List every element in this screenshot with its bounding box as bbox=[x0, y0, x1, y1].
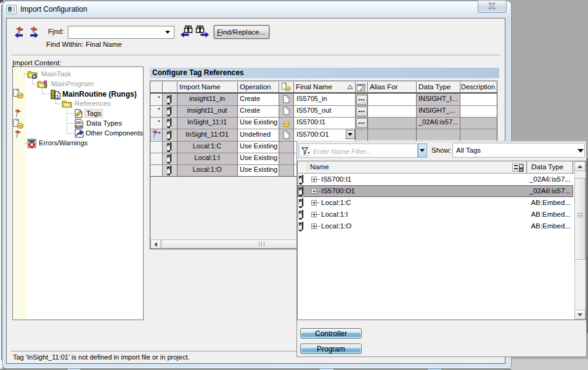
svg-text:1: 1 bbox=[56, 94, 59, 100]
svg-text:010: 010 bbox=[76, 124, 83, 129]
